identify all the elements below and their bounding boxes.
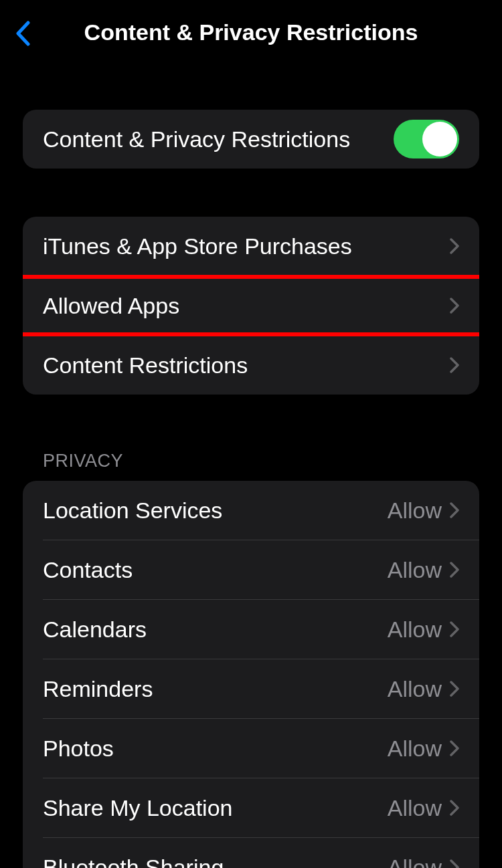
- row-right: Allow: [388, 617, 459, 643]
- section-main-toggle: Content & Privacy Restrictions: [23, 110, 479, 169]
- header: Content & Privacy Restrictions: [0, 0, 502, 64]
- row-reminders[interactable]: Reminders Allow: [23, 659, 479, 718]
- chevron-right-icon: [450, 357, 459, 373]
- row-calendars[interactable]: Calendars Allow: [23, 600, 479, 659]
- row-right: Allow: [388, 736, 459, 762]
- toggle-label: Content & Privacy Restrictions: [43, 126, 350, 152]
- chevron-right-icon: [450, 502, 459, 518]
- row-right: Allow: [388, 557, 459, 583]
- row-right: Allow: [388, 676, 459, 702]
- chevron-left-icon: [15, 21, 30, 46]
- row-content-restrictions[interactable]: Content Restrictions: [23, 336, 479, 395]
- row-content-privacy-toggle[interactable]: Content & Privacy Restrictions: [23, 110, 479, 169]
- toggle-knob: [422, 122, 457, 156]
- row-label: Contacts: [43, 557, 133, 583]
- row-label: Location Services: [43, 498, 222, 524]
- row-right: Allow: [388, 795, 459, 821]
- chevron-right-icon: [450, 562, 459, 578]
- row-photos[interactable]: Photos Allow: [23, 719, 479, 778]
- row-label: iTunes & App Store Purchases: [43, 233, 352, 259]
- section-privacy-wrapper: PRIVACY Location Services Allow Contacts…: [23, 451, 479, 868]
- row-label: Allowed Apps: [43, 293, 179, 319]
- row-label: Share My Location: [43, 795, 233, 821]
- row-share-my-location[interactable]: Share My Location Allow: [23, 778, 479, 837]
- row-value: Allow: [388, 617, 442, 643]
- section-privacy: Location Services Allow Contacts Allow: [23, 481, 479, 868]
- chevron-right-icon: [450, 740, 459, 756]
- row-bluetooth-sharing[interactable]: Bluetooth Sharing Allow: [23, 838, 479, 868]
- chevron-right-icon: [450, 621, 459, 637]
- row-value: Allow: [388, 855, 442, 869]
- chevron-right-icon: [450, 681, 459, 697]
- row-right: Allow: [388, 498, 459, 524]
- row-value: Allow: [388, 498, 442, 524]
- row-allowed-apps[interactable]: Allowed Apps: [23, 276, 479, 335]
- back-button[interactable]: [9, 20, 36, 47]
- chevron-right-icon: [450, 800, 459, 816]
- row-label: Calendars: [43, 617, 147, 643]
- chevron-right-icon: [450, 238, 459, 254]
- page-title: Content & Privacy Restrictions: [11, 19, 491, 45]
- row-label: Bluetooth Sharing: [43, 855, 224, 869]
- chevron-right-icon: [450, 298, 459, 314]
- row-right: [450, 298, 459, 314]
- section-header-privacy: PRIVACY: [23, 451, 479, 481]
- chevron-right-icon: [450, 859, 459, 868]
- row-label: Reminders: [43, 676, 153, 702]
- content: Content & Privacy Restrictions iTunes & …: [0, 110, 502, 868]
- row-value: Allow: [388, 736, 442, 762]
- row-right: [450, 357, 459, 373]
- row-value: Allow: [388, 676, 442, 702]
- row-location-services[interactable]: Location Services Allow: [23, 481, 479, 540]
- section-restrictions: iTunes & App Store Purchases Allowed App…: [23, 217, 479, 395]
- row-value: Allow: [388, 557, 442, 583]
- row-right: [450, 238, 459, 254]
- toggle-switch[interactable]: [394, 120, 459, 158]
- row-label: Photos: [43, 736, 114, 762]
- row-value: Allow: [388, 795, 442, 821]
- row-itunes-app-store[interactable]: iTunes & App Store Purchases: [23, 217, 479, 276]
- row-contacts[interactable]: Contacts Allow: [23, 540, 479, 599]
- row-label: Content Restrictions: [43, 352, 248, 378]
- row-right: Allow: [388, 855, 459, 869]
